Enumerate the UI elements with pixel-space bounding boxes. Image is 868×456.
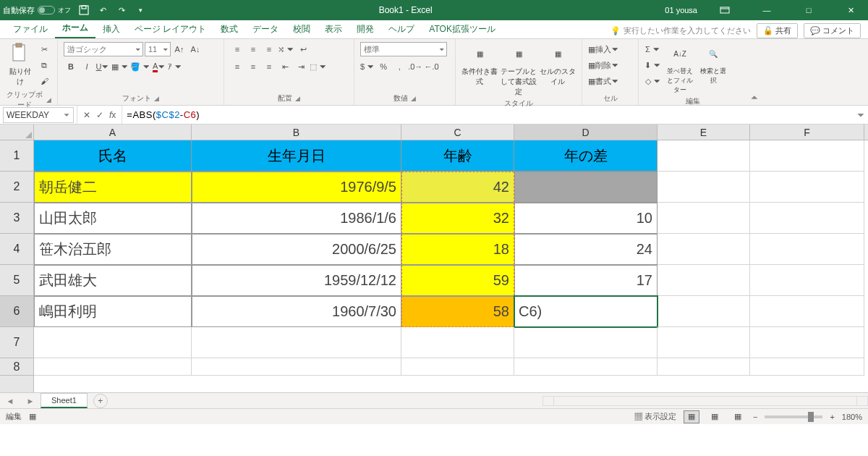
enter-icon[interactable]: ✓ [96,110,103,120]
align-top-icon[interactable]: ≡ [230,42,244,56]
normal-view-icon[interactable]: ▦ [684,410,699,423]
tab-review[interactable]: 校閲 [286,20,318,38]
sort-filter-button[interactable]: A↓Z並べ替えとフィルター [664,42,696,95]
cell[interactable] [750,358,864,376]
cell[interactable] [750,203,864,234]
phonetic-button[interactable]: ｱ ⏷ [168,59,182,74]
decrease-font-icon[interactable]: A↓ [188,42,203,56]
zoom-in-button[interactable]: + [830,413,834,421]
align-bottom-icon[interactable]: ≡ [262,42,276,56]
underline-button[interactable]: U ⏷ [95,59,110,74]
undo-icon[interactable]: ↶ [97,4,109,16]
tab-data[interactable]: データ [245,20,286,38]
number-format-combo[interactable]: 標準 [360,42,447,56]
format-painter-icon[interactable]: 🖌 [37,74,51,88]
save-icon[interactable] [78,4,90,16]
cell[interactable]: 2000/6/25 [192,234,401,265]
cell[interactable]: 1976/9/5 [192,172,401,203]
increase-font-icon[interactable]: A↑ [172,42,187,56]
tab-atok[interactable]: ATOK拡張ツール [422,20,503,38]
align-middle-icon[interactable]: ≡ [246,42,260,56]
paste-button[interactable]: 貼り付け [6,42,34,87]
clear-button[interactable]: ◇ ⏷ [644,74,661,88]
cell[interactable]: 生年月日 [192,140,401,172]
font-color-button[interactable]: A ⏷ [152,59,166,74]
accounting-button[interactable]: $ ⏷ [360,59,375,74]
copy-icon[interactable]: ⧉ [37,58,51,72]
font-size-combo[interactable]: 11 [145,42,171,56]
cut-icon[interactable]: ✂ [37,42,51,56]
cell[interactable] [514,172,658,203]
cell[interactable]: 42 [401,172,514,203]
cell[interactable] [658,172,750,203]
cell[interactable]: 17 [514,265,658,296]
cell[interactable] [750,327,864,358]
cell[interactable] [658,358,750,376]
cell[interactable]: 24 [514,234,658,265]
fill-color-button[interactable]: 🪣 ⏷ [130,59,150,74]
cell[interactable] [192,358,401,376]
fill-button[interactable]: ⬇ ⏷ [644,58,661,72]
col-header[interactable]: A [34,124,192,140]
cell[interactable] [658,296,750,327]
cell[interactable]: 山田太郎 [34,203,192,234]
page-layout-view-icon[interactable]: ▦ [707,410,723,423]
comma-button[interactable]: , [392,59,407,74]
align-right-icon[interactable]: ≡ [262,59,276,74]
comment-button[interactable]: 💬 コメント [804,23,861,38]
dec-decimal-icon[interactable]: ←.0 [424,59,438,74]
border-button[interactable]: ▦ ⏷ [111,59,129,74]
cell[interactable] [750,265,864,296]
maximize-icon[interactable]: □ [794,0,823,20]
select-all-corner[interactable] [0,124,33,140]
cell[interactable] [658,327,750,358]
cell[interactable] [34,327,192,358]
row-header[interactable]: 5 [0,265,33,296]
merge-button[interactable]: ⬚ ⏷ [310,59,327,74]
cell[interactable] [750,172,864,203]
tab-formulas[interactable]: 数式 [213,20,245,38]
cell[interactable]: 32 [401,203,514,234]
cell[interactable] [658,234,750,265]
cell[interactable]: 58 [401,296,514,327]
name-box[interactable]: WEEKDAY [3,107,74,123]
align-center-icon[interactable]: ≡ [246,59,260,74]
expand-formula-icon[interactable]: ⏷ [854,110,868,120]
row-header[interactable]: 3 [0,203,33,234]
tab-file[interactable]: ファイル [6,20,55,38]
autosave-toggle[interactable]: 自動保存 オフ [3,5,71,16]
sheet-nav-next[interactable]: ► [20,397,41,405]
conditional-format-button[interactable]: ▦条件付き書式 [461,42,498,87]
cell[interactable] [658,265,750,296]
tab-help[interactable]: ヘルプ [381,20,422,38]
row-header[interactable]: 2 [0,172,33,203]
spreadsheet-grid[interactable]: 1 2 3 4 5 6 7 8 A B C D E F 氏名 生年月日 年齢 年… [0,124,868,392]
horizontal-scrollbar[interactable] [542,396,868,406]
qat-customize-icon[interactable]: ▾ [135,4,146,16]
tab-insert[interactable]: 挿入 [95,20,127,38]
zoom-level[interactable]: 180% [842,413,862,421]
bold-button[interactable]: B [64,59,78,74]
close-icon[interactable]: ✕ [836,0,865,20]
indent-inc-icon[interactable]: ⇥ [294,59,308,74]
redo-icon[interactable]: ↷ [116,4,127,16]
minimize-icon[interactable]: — [752,0,781,20]
find-select-button[interactable]: 🔍検索と選択 [699,42,728,85]
cell[interactable]: 59 [401,265,514,296]
add-sheet-button[interactable]: + [93,394,108,408]
format-cells-button[interactable]: ▦ 書式 ⏷ [588,74,639,88]
macro-record-icon[interactable]: ▦ [29,412,36,421]
cell[interactable]: 氏名 [34,140,192,172]
user-name[interactable]: 01 yousa [665,6,697,14]
tab-dev[interactable]: 開発 [349,20,381,38]
page-break-view-icon[interactable]: ▦ [730,410,746,423]
cell[interactable] [401,358,514,376]
align-left-icon[interactable]: ≡ [230,59,244,74]
ribbon-options-icon[interactable] [710,0,739,20]
cell[interactable]: 1959/12/12 [192,265,401,296]
cell[interactable] [514,358,658,376]
cell[interactable]: 笹木治五郎 [34,234,192,265]
cell-styles-button[interactable]: ▦セルのスタイル [540,42,576,87]
cell[interactable]: 朝岳健二 [34,172,192,203]
cell[interactable]: 年の差 [514,140,658,172]
